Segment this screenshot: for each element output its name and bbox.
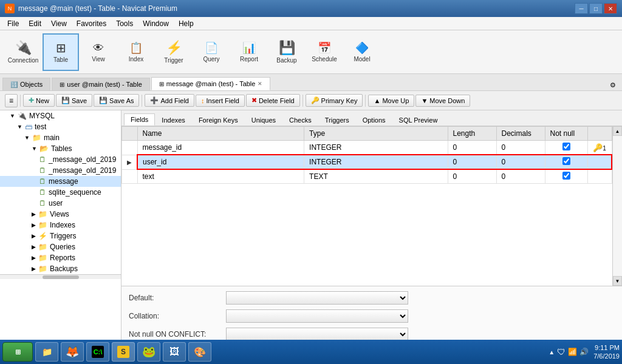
toolbar-report[interactable]: 📊 Report (231, 33, 267, 71)
collation-select[interactable] (226, 309, 408, 323)
sidebar-item-reports[interactable]: ▶ 📁 Reports (0, 252, 121, 263)
taskbar-item-firefox[interactable]: 🦊 (61, 342, 84, 362)
scroll-up-button[interactable]: ▲ (613, 126, 622, 136)
field-name-2[interactable]: user_id (137, 155, 304, 169)
delete-field-button[interactable]: ✖ Delete Field (246, 94, 300, 107)
start-button[interactable]: ⊞ (2, 342, 33, 362)
sidebar-item-queries[interactable]: ▶ 📁 Queries (0, 241, 121, 252)
sidebar-item-message[interactable]: 🗒 message (0, 176, 121, 187)
field-length-3[interactable]: 0 (448, 169, 496, 184)
field-decimals-3[interactable]: 0 (496, 169, 545, 184)
sub-tab-options[interactable]: Options (356, 114, 392, 126)
tray-expand-icon[interactable]: ▲ (549, 349, 555, 356)
new-button[interactable]: ✚ New (23, 94, 55, 107)
menu-favorites[interactable]: Favorites (72, 18, 111, 29)
sub-tab-uniques[interactable]: Uniques (245, 114, 282, 126)
toolbar-backup[interactable]: 💾 Backup (268, 33, 305, 71)
menu-tools[interactable]: Tools (111, 18, 138, 29)
move-down-button[interactable]: ▼ Move Down (415, 95, 470, 107)
close-button[interactable]: ✕ (604, 3, 617, 14)
taskbar-item-toad[interactable]: 🐸 (137, 342, 160, 362)
field-length-1[interactable]: 0 (448, 141, 496, 155)
scroll-down-button[interactable]: ▼ (613, 276, 622, 286)
menu-window[interactable]: Window (138, 18, 174, 29)
field-decimals-2[interactable]: 0 (496, 155, 545, 169)
move-up-label: Move Up (382, 97, 409, 104)
add-field-button[interactable]: ➕ Add Field (145, 94, 194, 107)
menu-file[interactable]: File (2, 18, 24, 29)
table-row[interactable]: ▶ user_id INTEGER 0 0 (122, 155, 612, 169)
user-table-icon: 🗒 (39, 199, 46, 207)
save-as-button[interactable]: 💾 Save As (94, 94, 139, 107)
table-row[interactable]: message_id INTEGER 0 0 🔑1 (122, 141, 612, 155)
menu-view[interactable]: View (46, 18, 72, 29)
tab-extras-button[interactable]: ⚙ (606, 80, 620, 90)
sidebar-item-msg-old-1[interactable]: 🗒 _message_old_2019 (0, 154, 121, 165)
taskbar-item-cmd[interactable]: C:\ (86, 342, 109, 362)
sidebar-item-user[interactable]: 🗒 user (0, 198, 121, 209)
trigger-icon: ⚡ (166, 40, 182, 56)
save-button[interactable]: 💾 Save (56, 94, 92, 107)
toolbar-model[interactable]: 🔷 Model (344, 33, 380, 71)
sidebar-item-msg-old-2[interactable]: 🗒 _message_old_2019 (0, 165, 121, 176)
sub-tab-triggers[interactable]: Triggers (318, 114, 356, 126)
primary-key-button[interactable]: 🔑 Primary Key (306, 94, 363, 107)
toolbar-table[interactable]: ⊞ Table (43, 33, 79, 71)
taskbar-item-paint[interactable]: 🎨 (188, 342, 211, 362)
toolbar-view[interactable]: 👁 View (80, 33, 117, 71)
sidebar-item-backups[interactable]: ▶ 📁 Backups (0, 263, 121, 274)
not-null-checkbox-3[interactable] (562, 172, 570, 180)
field-decimals-1[interactable]: 0 (496, 141, 545, 155)
not-null-conflict-select[interactable] (226, 328, 408, 341)
sidebar-item-triggers[interactable]: ▶ ⚡ Triggers (0, 231, 121, 241)
table-row[interactable]: text TEXT 0 0 (122, 169, 612, 184)
sub-tab-sql-preview[interactable]: SQL Preview (392, 114, 445, 126)
tab-user-table[interactable]: ⊞ user @main (test) - Table (52, 78, 149, 90)
field-notnull-3[interactable] (545, 169, 587, 184)
not-null-conflict-select-wrapper (226, 328, 408, 341)
sidebar-item-test[interactable]: ▼ 🗃 test (0, 121, 121, 132)
menu-help[interactable]: Help (174, 18, 199, 29)
not-null-checkbox-2[interactable] (562, 157, 570, 165)
menu-edit[interactable]: Edit (24, 18, 46, 29)
toolbar-connection[interactable]: 🔌 Connection (5, 33, 41, 71)
taskbar-item-photos[interactable]: 🖼 (163, 342, 186, 362)
sidebar-item-views[interactable]: ▶ 📁 Views (0, 209, 121, 220)
minimize-button[interactable]: ─ (575, 3, 588, 14)
insert-field-button[interactable]: ↕ Insert Field (196, 95, 245, 107)
field-length-2[interactable]: 0 (448, 155, 496, 169)
sidebar-hscroll[interactable] (0, 274, 121, 279)
taskbar-item-s[interactable]: S (112, 342, 135, 362)
hamburger-menu-button[interactable]: ≡ (5, 94, 18, 107)
toolbar-index[interactable]: 📋 Index (118, 33, 154, 71)
sidebar-item-sqlite-seq[interactable]: 🗒 sqlite_sequence (0, 187, 121, 198)
move-up-button[interactable]: ▲ Move Up (368, 95, 414, 107)
field-type-1[interactable]: INTEGER (304, 141, 448, 155)
tab-objects[interactable]: 🔢 Objects (2, 78, 50, 90)
field-type-3[interactable]: TEXT (304, 169, 448, 184)
tab-close-icon[interactable]: ✕ (258, 81, 262, 87)
sub-tab-checks[interactable]: Checks (282, 114, 318, 126)
field-name-3[interactable]: text (137, 169, 304, 184)
field-name-1[interactable]: message_id (137, 141, 304, 155)
field-notnull-1[interactable] (545, 141, 587, 155)
field-notnull-2[interactable] (545, 155, 587, 169)
sidebar-item-main[interactable]: ▼ 📁 main (0, 132, 121, 143)
toolbar-schedule[interactable]: 📅 Schedule (306, 33, 343, 71)
default-select[interactable] (226, 291, 408, 305)
sidebar-item-mysql[interactable]: ▼ 🔌 MYSQL (0, 110, 121, 121)
tab-message-table[interactable]: ⊞ message @main (test) - Table ✕ (151, 77, 271, 90)
sidebar-item-indexes[interactable]: ▶ 📁 Indexes (0, 220, 121, 231)
sub-tab-fields[interactable]: Fields (124, 113, 155, 126)
sub-tab-foreign-keys[interactable]: Foreign Keys (192, 114, 245, 126)
not-null-checkbox-1[interactable] (562, 143, 570, 150)
right-scrollbar[interactable]: ▲ ▼ (612, 126, 622, 286)
field-type-2[interactable]: INTEGER (304, 155, 448, 169)
sidebar-item-tables[interactable]: ▼ 📂 Tables (0, 143, 121, 154)
maximize-button[interactable]: □ (589, 3, 603, 14)
toolbar-query[interactable]: 📄 Query (193, 33, 230, 71)
taskbar-item-file[interactable]: 📁 (35, 342, 58, 362)
sub-tab-indexes[interactable]: Indexes (155, 114, 192, 126)
toolbar-trigger[interactable]: ⚡ Trigger (156, 33, 192, 71)
sidebar-views-label: Views (50, 210, 69, 218)
